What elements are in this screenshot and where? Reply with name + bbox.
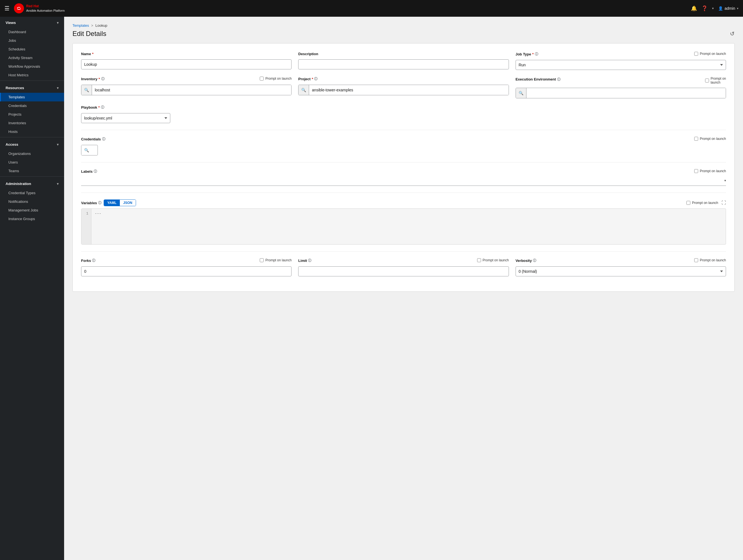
project-required: * <box>312 77 313 81</box>
sidebar-item-teams[interactable]: Teams <box>0 167 64 175</box>
verbosity-label: Verbosity ⓘ <box>516 258 536 263</box>
playbook-select[interactable]: lookup/exec.yml <box>81 113 170 123</box>
sidebar-resources-header[interactable]: Resources ▾ <box>0 82 64 93</box>
inventory-input[interactable] <box>92 85 291 95</box>
labels-input[interactable] <box>81 177 724 184</box>
credentials-prompt-group: Prompt on launch <box>694 137 726 141</box>
sidebar-item-hosts[interactable]: Hosts <box>0 127 64 136</box>
json-tab-button[interactable]: JSON <box>120 200 136 206</box>
inventory-help-icon[interactable]: ⓘ <box>101 77 104 81</box>
name-input[interactable] <box>81 59 292 69</box>
exec-env-help-icon[interactable]: ⓘ <box>557 77 561 82</box>
username-label: admin <box>725 6 735 11</box>
sidebar-item-users[interactable]: Users <box>0 158 64 167</box>
verbosity-prompt-label: Prompt on launch <box>700 258 726 262</box>
sidebar-item-dashboard[interactable]: Dashboard <box>0 28 64 36</box>
job-type-prompt-checkbox[interactable] <box>694 52 698 56</box>
credentials-group-header: Credentials ⓘ Prompt on launch <box>81 137 726 142</box>
inventory-prompt-checkbox[interactable] <box>260 77 264 81</box>
sidebar-administration-label: Administration <box>6 182 31 186</box>
variables-editor[interactable]: 1 --- <box>81 208 726 245</box>
project-group-header: Project * ⓘ <box>298 77 509 81</box>
form-row-bottom: Forks ⓘ Prompt on launch Limit <box>81 258 726 276</box>
variables-prompt-checkbox[interactable] <box>687 201 690 205</box>
project-group: Project * ⓘ 🔍 <box>298 77 509 95</box>
verbosity-group: Verbosity ⓘ Prompt on launch 0 (Normal) … <box>516 258 726 276</box>
limit-input[interactable] <box>298 266 509 276</box>
job-type-label: Job Type * ⓘ <box>516 52 538 56</box>
verbosity-prompt-checkbox[interactable] <box>694 258 698 262</box>
hamburger-menu[interactable]: ☰ <box>4 5 9 12</box>
user-chevron-icon: ▾ <box>737 7 739 10</box>
forks-prompt-checkbox[interactable] <box>260 258 264 262</box>
job-type-help-icon[interactable]: ⓘ <box>535 52 538 56</box>
verbosity-group-header: Verbosity ⓘ Prompt on launch <box>516 258 726 263</box>
project-help-icon[interactable]: ⓘ <box>314 77 317 81</box>
playbook-help-icon[interactable]: ⓘ <box>101 105 104 110</box>
credentials-help-icon[interactable]: ⓘ <box>102 137 105 142</box>
yaml-tab-button[interactable]: YAML <box>104 200 120 206</box>
description-input[interactable] <box>298 59 509 69</box>
main-content: Templates > Lookup Edit Details ↺ Name * <box>64 17 743 560</box>
breadcrumb-separator: > <box>91 24 93 28</box>
expand-editor-icon[interactable]: ⛶ <box>722 200 726 205</box>
code-content[interactable]: --- <box>91 209 726 244</box>
labels-help-icon[interactable]: ⓘ <box>94 169 97 174</box>
user-menu[interactable]: 👤 admin ▾ <box>718 6 739 11</box>
page-title-row: Edit Details ↺ <box>73 30 735 38</box>
verbosity-select[interactable]: 0 (Normal) 1 (Verbose) 2 (More Verbose) … <box>516 266 726 276</box>
sidebar-item-instance-groups[interactable]: Instance Groups <box>0 215 64 223</box>
limit-help-icon[interactable]: ⓘ <box>308 258 311 263</box>
credentials-search-icon: 🔍 <box>81 145 92 155</box>
exec-env-prompt-checkbox[interactable] <box>705 79 709 83</box>
job-type-select[interactable]: Run Check <box>516 60 726 70</box>
sidebar-item-management-jobs[interactable]: Management Jobs <box>0 206 64 215</box>
sidebar-item-organizations[interactable]: Organizations <box>0 149 64 158</box>
sidebar-item-inventories[interactable]: Inventories <box>0 119 64 127</box>
sidebar-access-header[interactable]: Access ▾ <box>0 138 64 149</box>
sidebar-item-host-metrics[interactable]: Host Metrics <box>0 71 64 80</box>
sidebar-item-credential-types[interactable]: Credential Types <box>0 189 64 197</box>
sidebar-item-schedules[interactable]: Schedules <box>0 45 64 53</box>
sidebar-item-notifications[interactable]: Notifications <box>0 197 64 206</box>
sidebar-item-workflow-approvals[interactable]: Workflow Approvals <box>0 62 64 71</box>
playbook-group-header: Playbook * ⓘ <box>81 105 170 110</box>
exec-env-input-group: 🔍 <box>516 88 726 98</box>
sidebar-item-jobs[interactable]: Jobs <box>0 36 64 45</box>
project-input-group: 🔍 <box>298 85 509 95</box>
verbosity-help-icon[interactable]: ⓘ <box>533 258 536 263</box>
labels-prompt-label: Prompt on launch <box>700 169 726 173</box>
sidebar-item-projects[interactable]: Projects <box>0 110 64 119</box>
breadcrumb-current: Lookup <box>95 24 107 28</box>
brand-text: Red Hat Ansible Automation Platform <box>26 4 64 12</box>
credentials-prompt-checkbox[interactable] <box>694 137 698 141</box>
sidebar-resources-label: Resources <box>6 86 24 90</box>
brand-logo-area: Red Hat Ansible Automation Platform <box>14 3 64 13</box>
sidebar-item-templates[interactable]: Templates <box>0 93 64 101</box>
project-input[interactable] <box>309 85 508 95</box>
help-icon[interactable]: ❓ <box>701 5 708 11</box>
forks-group: Forks ⓘ Prompt on launch <box>81 258 292 276</box>
page-title: Edit Details <box>73 30 106 38</box>
help-chevron-icon[interactable]: ▾ <box>712 6 714 10</box>
forks-input[interactable] <box>81 266 292 276</box>
sidebar-item-activity-stream[interactable]: Activity Stream <box>0 53 64 62</box>
sidebar-administration-header[interactable]: Administration ▾ <box>0 178 64 189</box>
description-group: Description <box>298 52 509 69</box>
description-label: Description <box>298 52 318 56</box>
form-row-credentials: Credentials ⓘ Prompt on launch 🔍 <box>81 137 726 155</box>
breadcrumb-templates-link[interactable]: Templates <box>73 24 89 28</box>
job-type-group-header: Job Type * ⓘ Prompt on launch <box>516 52 726 56</box>
labels-prompt-checkbox[interactable] <box>694 169 698 173</box>
sidebar-item-credentials[interactable]: Credentials <box>0 101 64 110</box>
forks-help-icon[interactable]: ⓘ <box>92 258 95 263</box>
history-icon[interactable]: ↺ <box>730 30 735 37</box>
labels-dropdown-icon[interactable]: ▾ <box>724 179 726 183</box>
resources-chevron-icon: ▾ <box>57 86 58 90</box>
notifications-icon[interactable]: 🔔 <box>691 5 697 11</box>
variables-help-icon[interactable]: ⓘ <box>98 200 101 205</box>
job-type-prompt-group: Prompt on launch <box>694 52 726 56</box>
sidebar-views-header[interactable]: Views ▾ <box>0 17 64 28</box>
limit-prompt-checkbox[interactable] <box>477 258 481 262</box>
exec-env-input[interactable] <box>526 88 726 98</box>
